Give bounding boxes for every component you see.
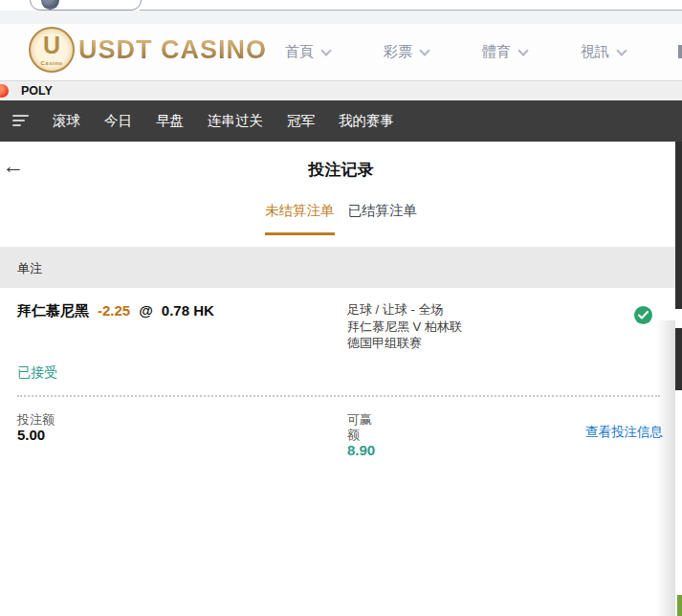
view-bet-info-link[interactable]: 查看投注信息 <box>585 424 663 441</box>
chevron-down-icon <box>320 45 331 55</box>
nav-item-home[interactable]: 首頁 <box>285 43 330 61</box>
nav-item-video[interactable]: 視訊 <box>581 43 626 61</box>
logo-badge-icon: U Casino <box>29 27 75 73</box>
red-status-dot-icon <box>0 84 9 98</box>
nav-item-lottery[interactable]: 彩票 <box>384 43 429 61</box>
section-header-band: 单注 <box>0 247 675 288</box>
stake-column: 投注额 5.00 <box>17 412 55 443</box>
screen: U Casino USDT CASINO 首頁 彩票 體育 視訊 <box>0 0 682 616</box>
check-icon <box>634 306 652 324</box>
active-tab-underline <box>265 232 335 235</box>
bet-odds: 0.78 HK <box>162 302 214 319</box>
bet-market-type: 足球 / 让球 - 全场 <box>347 301 462 319</box>
sports-nav-parlay[interactable]: 连串过关 <box>208 112 263 130</box>
sports-nav: 滚球 今日 早盘 连串过关 冠军 我的赛事 <box>0 100 682 142</box>
poly-bar: POLY <box>0 80 682 100</box>
clipped-nav-item-fragment <box>678 45 682 58</box>
chevron-down-icon <box>419 45 429 55</box>
bet-record-tabs: 未结算注单 已结算注单 <box>0 202 682 230</box>
logo-badge-subtext: Casino <box>31 60 73 66</box>
logo-badge-letter: U <box>31 32 73 59</box>
bet-match-name: 拜仁慕尼黑 V 柏林联 <box>347 319 462 336</box>
tab-settled[interactable]: 已结算注单 <box>348 202 418 230</box>
sports-nav-early[interactable]: 早盘 <box>156 112 184 130</box>
dotted-divider <box>17 395 660 397</box>
sports-nav-items: 滚球 今日 早盘 连串过关 冠军 我的赛事 <box>53 100 394 142</box>
win-label: 可赢额 <box>347 412 376 443</box>
sports-nav-today[interactable]: 今日 <box>104 112 132 130</box>
tab-unsettled[interactable]: 未结算注单 <box>265 202 335 230</box>
chevron-down-icon <box>616 45 627 55</box>
sports-nav-live[interactable]: 滚球 <box>53 112 80 130</box>
browser-toolbar-edge <box>0 11 682 24</box>
bet-league-name: 德国甲组联赛 <box>347 335 462 352</box>
browser-tab[interactable] <box>30 0 142 11</box>
bet-team: 拜仁慕尼黑 <box>17 302 89 320</box>
bet-market-info: 足球 / 让球 - 全场 拜仁慕尼黑 V 柏林联 德国甲组联赛 <box>347 301 462 352</box>
sports-nav-my-events[interactable]: 我的赛事 <box>339 112 394 130</box>
stake-label: 投注额 <box>17 412 55 428</box>
potential-win-column: 可赢额 8.90 <box>347 412 376 458</box>
logo-text: USDT CASINO <box>78 35 267 65</box>
stake-value: 5.00 <box>17 428 55 443</box>
globe-icon <box>41 0 59 10</box>
section-header-label: 单注 <box>17 260 42 277</box>
top-nav: 首頁 彩票 體育 視訊 <box>285 43 626 61</box>
bet-status: 已接受 <box>17 364 57 382</box>
right-edge-green-fragment <box>677 595 682 616</box>
sports-nav-outright[interactable]: 冠军 <box>287 112 315 130</box>
nav-item-sports[interactable]: 體育 <box>482 43 527 61</box>
site-logo[interactable]: U Casino USDT CASINO <box>29 27 267 73</box>
bet-handicap: -2.25 <box>98 302 130 319</box>
right-edge-shadow <box>656 320 675 616</box>
tabstrip-divider <box>140 10 682 11</box>
right-edge-panel-strip <box>675 142 682 309</box>
win-value: 8.90 <box>347 443 376 458</box>
browser-chrome-strip <box>0 0 682 24</box>
bet-at-symbol: @ <box>139 302 153 319</box>
page-title: 投注记录 <box>0 159 682 181</box>
site-header: U Casino USDT CASINO 首頁 彩票 體育 視訊 <box>0 24 682 80</box>
chevron-down-icon <box>517 45 528 55</box>
poly-label: POLY <box>21 84 53 98</box>
right-edge-panel-strip <box>675 328 682 390</box>
menu-icon[interactable] <box>12 115 30 129</box>
bet-selection-line: 拜仁慕尼黑 -2.25 @ 0.78 HK <box>17 302 214 320</box>
